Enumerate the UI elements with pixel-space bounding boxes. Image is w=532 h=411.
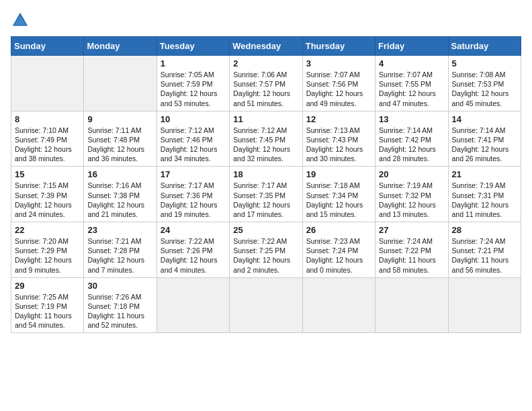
sunset-text: Sunset: 7:36 PM [161, 191, 226, 200]
logo-icon [11, 11, 30, 30]
day-number: 8 [15, 114, 80, 124]
sunrise-text: Sunrise: 7:11 AM [87, 126, 152, 135]
calendar-day-cell: 4 Sunrise: 7:07 AM Sunset: 7:55 PM Dayli… [375, 56, 448, 111]
calendar-day-cell: 10 Sunrise: 7:12 AM Sunset: 7:46 PM Dayl… [157, 111, 229, 167]
sunrise-text: Sunrise: 7:12 AM [233, 126, 298, 135]
sunset-text: Sunset: 7:22 PM [379, 246, 444, 255]
calendar-day-cell [302, 277, 375, 333]
calendar-day-cell: 15 Sunrise: 7:15 AM Sunset: 7:39 PM Dayl… [11, 167, 84, 222]
daylight-text: Daylight: 12 hours and 11 minutes. [452, 200, 517, 219]
calendar-body: 1 Sunrise: 7:05 AM Sunset: 7:59 PM Dayli… [11, 56, 521, 333]
sunrise-text: Sunrise: 7:12 AM [161, 126, 226, 135]
sunrise-text: Sunrise: 7:07 AM [306, 70, 371, 79]
daylight-text: Daylight: 12 hours and 2 minutes. [233, 255, 298, 274]
calendar-week-row: 15 Sunrise: 7:15 AM Sunset: 7:39 PM Dayl… [11, 167, 521, 222]
calendar-day-cell: 28 Sunrise: 7:24 AM Sunset: 7:21 PM Dayl… [448, 222, 521, 278]
sunrise-text: Sunrise: 7:17 AM [233, 181, 298, 190]
sunset-text: Sunset: 7:25 PM [233, 246, 298, 255]
calendar-day-cell: 9 Sunrise: 7:11 AM Sunset: 7:48 PM Dayli… [84, 111, 157, 167]
sunset-text: Sunset: 7:26 PM [161, 246, 226, 255]
calendar-day-cell: 27 Sunrise: 7:24 AM Sunset: 7:22 PM Dayl… [375, 222, 448, 278]
daylight-text: Daylight: 12 hours and 21 minutes. [87, 200, 152, 219]
sunrise-text: Sunrise: 7:25 AM [15, 292, 80, 302]
sunrise-text: Sunrise: 7:17 AM [161, 181, 226, 190]
daylight-text: Daylight: 12 hours and 47 minutes. [379, 89, 444, 107]
calendar-day-cell: 19 Sunrise: 7:18 AM Sunset: 7:34 PM Dayl… [302, 167, 375, 222]
page-header [11, 11, 521, 30]
sunrise-text: Sunrise: 7:16 AM [87, 181, 152, 190]
day-number: 1 [161, 58, 226, 68]
day-number: 28 [452, 225, 517, 235]
day-number: 27 [379, 225, 444, 235]
daylight-text: Daylight: 12 hours and 13 minutes. [379, 200, 444, 219]
daylight-text: Daylight: 12 hours and 36 minutes. [87, 144, 152, 163]
calendar-day-cell: 14 Sunrise: 7:14 AM Sunset: 7:41 PM Dayl… [448, 111, 521, 167]
day-number: 30 [87, 281, 152, 291]
sunrise-text: Sunrise: 7:10 AM [15, 126, 80, 135]
sunrise-text: Sunrise: 7:14 AM [452, 126, 517, 135]
calendar-day-cell [375, 277, 448, 333]
day-number: 20 [379, 169, 444, 179]
day-number: 18 [233, 169, 298, 179]
calendar-day-cell: 16 Sunrise: 7:16 AM Sunset: 7:38 PM Dayl… [84, 167, 157, 222]
calendar-day-cell: 1 Sunrise: 7:05 AM Sunset: 7:59 PM Dayli… [157, 56, 229, 111]
day-number: 11 [233, 114, 298, 124]
calendar-day-cell: 20 Sunrise: 7:19 AM Sunset: 7:32 PM Dayl… [375, 167, 448, 222]
calendar-day-cell [157, 277, 229, 333]
sunrise-text: Sunrise: 7:21 AM [87, 236, 152, 246]
sunrise-text: Sunrise: 7:14 AM [379, 126, 444, 135]
day-number: 21 [452, 169, 517, 179]
sunrise-text: Sunrise: 7:15 AM [15, 181, 80, 190]
day-number: 5 [452, 58, 517, 68]
day-number: 9 [87, 114, 152, 124]
calendar-day-cell [448, 277, 521, 333]
sunset-text: Sunset: 7:24 PM [306, 246, 371, 255]
calendar-day-cell: 30 Sunrise: 7:26 AM Sunset: 7:18 PM Dayl… [84, 277, 157, 333]
sunset-text: Sunset: 7:39 PM [15, 191, 80, 200]
calendar-day-cell: 23 Sunrise: 7:21 AM Sunset: 7:28 PM Dayl… [84, 222, 157, 278]
sunset-text: Sunset: 7:48 PM [87, 135, 152, 144]
sunset-text: Sunset: 7:38 PM [87, 191, 152, 200]
sunrise-text: Sunrise: 7:08 AM [452, 70, 517, 79]
logo [11, 11, 32, 30]
daylight-text: Daylight: 12 hours and 26 minutes. [452, 144, 517, 163]
sunset-text: Sunset: 7:34 PM [306, 191, 371, 200]
daylight-text: Daylight: 11 hours and 56 minutes. [452, 255, 517, 274]
day-number: 10 [161, 114, 226, 124]
sunset-text: Sunset: 7:43 PM [306, 135, 371, 144]
calendar-week-row: 22 Sunrise: 7:20 AM Sunset: 7:29 PM Dayl… [11, 222, 521, 278]
daylight-text: Daylight: 12 hours and 53 minutes. [161, 89, 226, 107]
daylight-text: Daylight: 12 hours and 32 minutes. [233, 144, 298, 163]
calendar-day-cell: 8 Sunrise: 7:10 AM Sunset: 7:49 PM Dayli… [11, 111, 84, 167]
day-number: 3 [306, 58, 371, 68]
sunrise-text: Sunrise: 7:24 AM [452, 236, 517, 246]
calendar-header-row: SundayMondayTuesdayWednesdayThursdayFrid… [11, 37, 521, 56]
sunrise-text: Sunrise: 7:13 AM [306, 126, 371, 135]
daylight-text: Daylight: 12 hours and 28 minutes. [379, 144, 444, 163]
daylight-text: Daylight: 12 hours and 24 minutes. [15, 200, 80, 219]
daylight-text: Daylight: 11 hours and 54 minutes. [15, 311, 80, 330]
calendar-week-row: 1 Sunrise: 7:05 AM Sunset: 7:59 PM Dayli… [11, 56, 521, 111]
calendar-week-row: 29 Sunrise: 7:25 AM Sunset: 7:19 PM Dayl… [11, 277, 521, 333]
day-number: 14 [452, 114, 517, 124]
sunrise-text: Sunrise: 7:22 AM [161, 236, 226, 246]
sunset-text: Sunset: 7:19 PM [15, 302, 80, 311]
calendar-day-cell: 22 Sunrise: 7:20 AM Sunset: 7:29 PM Dayl… [11, 222, 84, 278]
sunset-text: Sunset: 7:21 PM [452, 246, 517, 255]
calendar-day-cell: 12 Sunrise: 7:13 AM Sunset: 7:43 PM Dayl… [302, 111, 375, 167]
day-number: 25 [233, 225, 298, 235]
calendar-day-cell [230, 277, 302, 333]
calendar-day-cell: 26 Sunrise: 7:23 AM Sunset: 7:24 PM Dayl… [302, 222, 375, 278]
daylight-text: Daylight: 12 hours and 19 minutes. [161, 200, 226, 219]
sunset-text: Sunset: 7:42 PM [379, 135, 444, 144]
sunset-text: Sunset: 7:59 PM [161, 79, 226, 89]
daylight-text: Daylight: 12 hours and 17 minutes. [233, 200, 298, 219]
sunset-text: Sunset: 7:32 PM [379, 191, 444, 200]
calendar-day-cell: 3 Sunrise: 7:07 AM Sunset: 7:56 PM Dayli… [302, 56, 375, 111]
sunset-text: Sunset: 7:56 PM [306, 79, 371, 89]
day-number: 17 [161, 169, 226, 179]
calendar-day-header: Monday [84, 37, 157, 56]
sunrise-text: Sunrise: 7:06 AM [233, 70, 298, 79]
calendar-day-cell: 21 Sunrise: 7:19 AM Sunset: 7:31 PM Dayl… [448, 167, 521, 222]
daylight-text: Daylight: 12 hours and 0 minutes. [306, 255, 371, 274]
